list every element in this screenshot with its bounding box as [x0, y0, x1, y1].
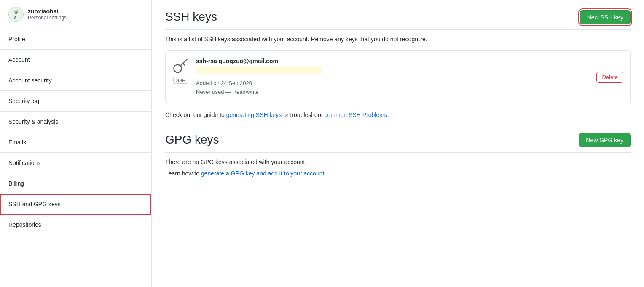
- sidebar-user-section: @z zuoxiaobai Personal settings: [0, 0, 151, 29]
- key-icon: [172, 58, 189, 74]
- guide-suffix: .: [387, 112, 389, 118]
- gpg-guide-prefix: Learn how to: [165, 170, 201, 177]
- sidebar-link-notifications[interactable]: Notifications: [0, 153, 151, 173]
- sidebar-link-emails[interactable]: Emails: [0, 132, 151, 152]
- sidebar-item-billing[interactable]: Billing: [0, 173, 151, 194]
- ssh-description: This is a list of SSH keys associated wi…: [165, 35, 631, 44]
- sidebar: @z zuoxiaobai Personal settings Profile …: [0, 0, 152, 287]
- key-type-badge: SSH: [173, 77, 189, 84]
- sidebar-item-security-log[interactable]: Security log: [0, 91, 151, 112]
- guide-middle: or troubleshoot: [282, 112, 324, 118]
- sidebar-navigation: Profile Account Account security Securit…: [0, 29, 151, 235]
- sidebar-link-account-security[interactable]: Account security: [0, 70, 151, 90]
- user-info: zuoxiaobai Personal settings: [28, 8, 67, 21]
- gpg-section-title: GPG keys: [165, 133, 219, 146]
- sidebar-item-repositories[interactable]: Repositories: [0, 215, 151, 235]
- key-name: ssh-rsa guoqzuo@gmail.com: [196, 58, 322, 64]
- ssh-guide-text: Check out our guide to generating SSH ke…: [165, 111, 631, 120]
- sidebar-link-profile[interactable]: Profile: [0, 29, 151, 49]
- sidebar-item-emails[interactable]: Emails: [0, 132, 151, 153]
- key-card-left: SSH ssh-rsa guoqzuo@gmail.com Added on 2…: [172, 58, 322, 97]
- avatar-icon: @z: [8, 7, 24, 22]
- guide-prefix: Check out our guide to: [165, 112, 226, 118]
- key-details: ssh-rsa guoqzuo@gmail.com Added on 24 Se…: [196, 58, 322, 97]
- sidebar-link-ssh-gpg-keys[interactable]: SSH and GPG keys: [0, 194, 151, 214]
- gpg-guide-suffix: .: [324, 170, 326, 177]
- gpg-description: There are no GPG keys associated with yo…: [165, 158, 631, 167]
- sidebar-link-security-log[interactable]: Security log: [0, 91, 151, 111]
- gpg-section: GPG keys New GPG key There are no GPG ke…: [165, 133, 631, 177]
- delete-key-button[interactable]: Delete: [596, 72, 623, 83]
- gpg-guide-text: Learn how to generate a GPG key and add …: [165, 170, 631, 177]
- username: zuoxiaobai: [28, 8, 67, 15]
- new-gpg-key-button[interactable]: New GPG key: [579, 133, 631, 147]
- gpg-guide-link[interactable]: generate a GPG key and add it to your ac…: [201, 170, 325, 177]
- generating-ssh-keys-link[interactable]: generating SSH keys: [226, 112, 282, 118]
- new-ssh-key-button[interactable]: New SSH key: [580, 10, 631, 24]
- ssh-key-card: SSH ssh-rsa guoqzuo@gmail.com Added on 2…: [165, 50, 631, 104]
- key-icon-wrapper: SSH: [172, 58, 189, 84]
- user-subtitle: Personal settings: [28, 15, 67, 21]
- avatar: @z: [8, 7, 24, 22]
- sidebar-item-ssh-gpg-keys[interactable]: SSH and GPG keys: [0, 194, 151, 215]
- main-content: SSH keys New SSH key This is a list of S…: [152, 0, 644, 287]
- key-fingerprint: [196, 66, 322, 74]
- sidebar-item-security-analysis[interactable]: Security & analysis: [0, 112, 151, 132]
- sidebar-link-security-analysis[interactable]: Security & analysis: [0, 112, 151, 132]
- common-ssh-problems-link[interactable]: common SSH Problems: [324, 112, 387, 118]
- ssh-section-header: SSH keys New SSH key: [165, 10, 631, 30]
- sidebar-item-account[interactable]: Account: [0, 50, 151, 70]
- sidebar-link-account[interactable]: Account: [0, 50, 151, 70]
- svg-point-0: [174, 65, 181, 72]
- sidebar-item-account-security[interactable]: Account security: [0, 70, 151, 91]
- sidebar-item-notifications[interactable]: Notifications: [0, 153, 151, 173]
- sidebar-item-profile[interactable]: Profile: [0, 29, 151, 50]
- sidebar-link-billing[interactable]: Billing: [0, 173, 151, 194]
- key-usage: Never used — Read/write: [196, 89, 259, 95]
- key-added-date: Added on 24 Sep 2020 Never used — Read/w…: [196, 79, 322, 97]
- gpg-section-header: GPG keys New GPG key: [165, 133, 631, 153]
- ssh-section-title: SSH keys: [165, 10, 217, 24]
- sidebar-link-repositories[interactable]: Repositories: [0, 215, 151, 235]
